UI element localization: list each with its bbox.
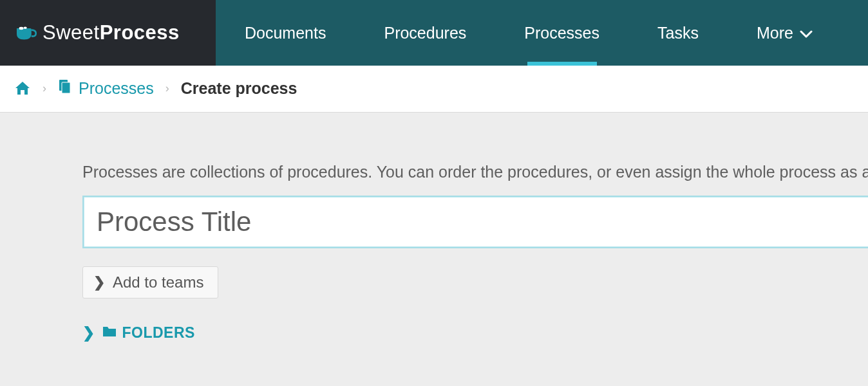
logo-cup-icon [14,24,37,42]
button-label: Add to teams [113,273,203,291]
nav-label: Tasks [657,24,699,42]
logo-text: SweetProcess [42,21,180,44]
folders-label: FOLDERS [122,324,195,342]
documents-icon [58,78,72,98]
app-header: SweetProcess Documents Procedures Proces… [0,0,868,66]
breadcrumb-processes[interactable]: Processes [58,78,154,98]
nav-label: More [757,24,793,42]
chevron-down-icon [800,24,813,42]
chevron-right-icon: ❯ [82,324,95,342]
breadcrumb-label: Processes [79,79,154,98]
svg-point-0 [19,27,24,30]
breadcrumb-separator-icon: › [165,82,169,95]
intro-text: Processes are collections of procedures.… [82,163,868,181]
chevron-right-icon: ❯ [93,274,105,291]
nav-documents[interactable]: Documents [216,0,355,66]
main-content: Processes are collections of procedures.… [0,113,868,342]
nav-label: Processes [524,24,599,42]
logo-area[interactable]: SweetProcess [0,0,216,66]
breadcrumb: › Processes › Create process [0,66,868,113]
nav-more[interactable]: More [728,0,842,66]
home-icon [14,80,31,96]
nav-label: Documents [245,24,326,42]
folders-toggle[interactable]: ❯ FOLDERS [82,324,868,342]
nav-procedures[interactable]: Procedures [355,0,495,66]
svg-point-1 [24,26,27,29]
breadcrumb-current: Create process [181,79,297,98]
add-to-teams-button[interactable]: ❯ Add to teams [82,266,218,299]
breadcrumb-home[interactable] [14,80,31,96]
svg-rect-3 [62,82,70,93]
process-title-input[interactable] [82,196,868,248]
breadcrumb-separator-icon: › [42,82,46,95]
nav-processes[interactable]: Processes [495,0,628,66]
nav-tasks[interactable]: Tasks [628,0,728,66]
main-nav: Documents Procedures Processes Tasks Mor… [216,0,868,66]
folder-icon [102,324,117,342]
nav-label: Procedures [384,24,466,42]
